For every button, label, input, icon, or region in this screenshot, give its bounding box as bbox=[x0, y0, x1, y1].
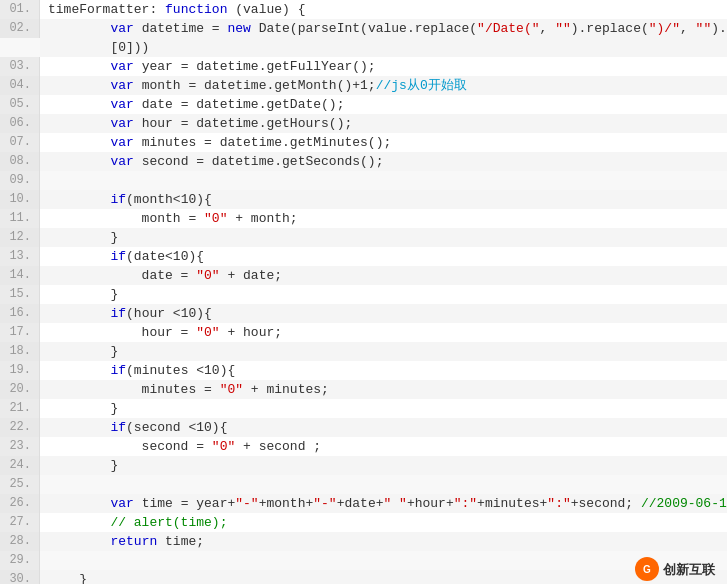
line-number: 09. bbox=[0, 171, 40, 190]
line-content: if(month<10){ bbox=[40, 190, 727, 209]
line-number: 03. bbox=[0, 57, 40, 76]
line-number: 08. bbox=[0, 152, 40, 171]
line-row: 21. } bbox=[0, 399, 727, 418]
line-row: 28. return time; bbox=[0, 532, 727, 551]
line-number: 02. bbox=[0, 19, 40, 38]
line-number: 30. bbox=[0, 570, 40, 584]
line-number: 07. bbox=[0, 133, 40, 152]
line-content: if(hour <10){ bbox=[40, 304, 727, 323]
line-row: 05. var date = datetime.getDate(); bbox=[0, 95, 727, 114]
line-number: 24. bbox=[0, 456, 40, 475]
line-number: 01. bbox=[0, 0, 40, 19]
line-row: 27. // alert(time); bbox=[0, 513, 727, 532]
line-content: var year = datetime.getFullYear(); bbox=[40, 57, 727, 76]
line-content: date = "0" + date; bbox=[40, 266, 727, 285]
line-number: 15. bbox=[0, 285, 40, 304]
line-content: var date = datetime.getDate(); bbox=[40, 95, 727, 114]
line-number: 19. bbox=[0, 361, 40, 380]
line-number: 16. bbox=[0, 304, 40, 323]
line-number: 26. bbox=[0, 494, 40, 513]
line-number: 23. bbox=[0, 437, 40, 456]
line-row: 18. } bbox=[0, 342, 727, 361]
line-content: } bbox=[40, 570, 727, 584]
line-content: } bbox=[40, 399, 727, 418]
line-row: 04. var month = datetime.getMonth()+1;//… bbox=[0, 76, 727, 95]
line-row: 26. var time = year+"-"+month+"-"+date+"… bbox=[0, 494, 727, 513]
line-row: 14. date = "0" + date; bbox=[0, 266, 727, 285]
line-content: var datetime = new Date(parseInt(value.r… bbox=[40, 19, 727, 57]
line-number: 25. bbox=[0, 475, 40, 494]
line-content: if(second <10){ bbox=[40, 418, 727, 437]
line-row: 13. if(date<10){ bbox=[0, 247, 727, 266]
line-number: 27. bbox=[0, 513, 40, 532]
line-row: 19. if(minutes <10){ bbox=[0, 361, 727, 380]
line-number: 18. bbox=[0, 342, 40, 361]
line-content: second = "0" + second ; bbox=[40, 437, 727, 456]
line-row: 20. minutes = "0" + minutes; bbox=[0, 380, 727, 399]
line-number: 21. bbox=[0, 399, 40, 418]
line-row: 03. var year = datetime.getFullYear(); bbox=[0, 57, 727, 76]
line-row: 23. second = "0" + second ; bbox=[0, 437, 727, 456]
line-content: minutes = "0" + minutes; bbox=[40, 380, 727, 399]
line-row: 30. } bbox=[0, 570, 727, 584]
line-content: timeFormatter: function (value) { bbox=[40, 0, 727, 19]
line-row: 29. bbox=[0, 551, 727, 570]
line-content: } bbox=[40, 228, 727, 247]
code-lines: 01.timeFormatter: function (value) {02. … bbox=[0, 0, 727, 584]
line-number: 20. bbox=[0, 380, 40, 399]
line-row: 08. var second = datetime.getSeconds(); bbox=[0, 152, 727, 171]
line-content: month = "0" + month; bbox=[40, 209, 727, 228]
line-number: 05. bbox=[0, 95, 40, 114]
watermark-text: 创新互联 bbox=[663, 560, 715, 579]
line-row: 10. if(month<10){ bbox=[0, 190, 727, 209]
line-row: 17. hour = "0" + hour; bbox=[0, 323, 727, 342]
line-content: if(minutes <10){ bbox=[40, 361, 727, 380]
line-content: var month = datetime.getMonth()+1;//js从0… bbox=[40, 76, 727, 95]
line-row: 15. } bbox=[0, 285, 727, 304]
line-number: 04. bbox=[0, 76, 40, 95]
line-row: 07. var minutes = datetime.getMinutes(); bbox=[0, 133, 727, 152]
line-content: hour = "0" + hour; bbox=[40, 323, 727, 342]
line-row: 01.timeFormatter: function (value) { bbox=[0, 0, 727, 19]
line-number: 14. bbox=[0, 266, 40, 285]
line-number: 17. bbox=[0, 323, 40, 342]
code-container: 01.timeFormatter: function (value) {02. … bbox=[0, 0, 727, 584]
line-content: var hour = datetime.getHours(); bbox=[40, 114, 727, 133]
line-content: var time = year+"-"+month+"-"+date+" "+h… bbox=[40, 494, 727, 513]
line-content: return time; bbox=[40, 532, 727, 551]
line-number: 22. bbox=[0, 418, 40, 437]
line-row: 09. bbox=[0, 171, 727, 190]
line-content: } bbox=[40, 285, 727, 304]
line-content: var minutes = datetime.getMinutes(); bbox=[40, 133, 727, 152]
line-content: var second = datetime.getSeconds(); bbox=[40, 152, 727, 171]
line-number: 10. bbox=[0, 190, 40, 209]
watermark-icon: G bbox=[635, 557, 659, 581]
line-content: } bbox=[40, 342, 727, 361]
line-content: // alert(time); bbox=[40, 513, 727, 532]
line-number: 12. bbox=[0, 228, 40, 247]
line-row: 11. month = "0" + month; bbox=[0, 209, 727, 228]
line-row: 25. bbox=[0, 475, 727, 494]
line-number: 06. bbox=[0, 114, 40, 133]
line-row: 12. } bbox=[0, 228, 727, 247]
line-row: 02. var datetime = new Date(parseInt(val… bbox=[0, 19, 727, 57]
line-row: 06. var hour = datetime.getHours(); bbox=[0, 114, 727, 133]
line-content: } bbox=[40, 456, 727, 475]
line-number: 13. bbox=[0, 247, 40, 266]
line-row: 24. } bbox=[0, 456, 727, 475]
line-number: 11. bbox=[0, 209, 40, 228]
line-number: 28. bbox=[0, 532, 40, 551]
line-row: 22. if(second <10){ bbox=[0, 418, 727, 437]
line-content: if(date<10){ bbox=[40, 247, 727, 266]
line-number: 29. bbox=[0, 551, 40, 570]
line-row: 16. if(hour <10){ bbox=[0, 304, 727, 323]
watermark: G 创新互联 bbox=[635, 557, 715, 581]
